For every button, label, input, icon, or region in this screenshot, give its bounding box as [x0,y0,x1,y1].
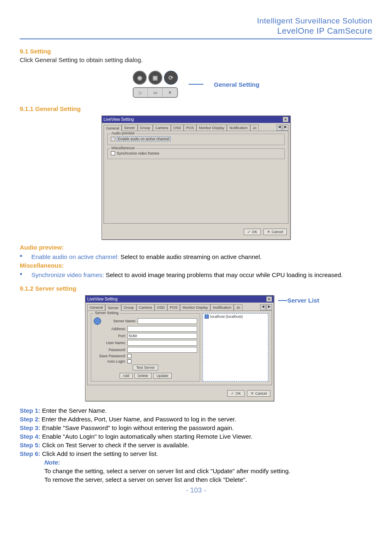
cancel-button[interactable]: ✕Cancel [247,390,270,397]
tab-monitor[interactable]: Monitor Display [180,304,210,310]
dialog-tabs: General Server Group Camera OSD POS Moni… [102,123,290,131]
step2-text: : Enter the Address, Port, User Name, an… [38,416,236,423]
liveview-general-dialog: LiveView Setting ✕ General Server Group … [101,116,291,240]
header-line2: LevelOne IP CamSecure [20,26,372,36]
auto-login-label: Auto Login: [94,359,126,363]
port-input[interactable] [127,333,197,339]
group-audio-preview: Audio preview [110,131,136,135]
test-server-button[interactable]: Test Server [133,365,158,370]
misc-bullet: • Synchronize video frames: Select to av… [20,271,372,279]
tab-pos[interactable]: POS [167,304,180,310]
tab-camera[interactable]: Camera [153,125,171,131]
step1-label: Step 1: [20,407,40,414]
tab-monitor[interactable]: Monitor Display [196,125,227,131]
tab-scroll-right[interactable]: ▶ [283,125,288,131]
heading-9-1: 9.1 Setting [20,48,372,55]
misc-heading: Miscellaneous: [20,262,372,269]
tab-scroll-right[interactable]: ▶ [266,304,272,310]
save-password-label: Save Password: [94,354,126,358]
ok-button[interactable]: ✓OK [244,229,261,235]
callout-connector [278,300,287,301]
note-label: Note: [44,459,60,466]
enable-audio-label: Enable audio on active channel [117,136,171,141]
tab-scroll-left[interactable]: ◀ [260,304,266,310]
step5-label: Step 5: [20,442,40,449]
cancel-button[interactable]: ✕Cancel [263,229,287,235]
general-setting-icon[interactable]: ⟳ [164,71,178,85]
callout-general-setting: General Setting [214,81,260,88]
step6-text: Click Add to insert the setting to serve… [40,450,158,457]
username-input[interactable] [127,340,197,346]
dialog-title: LiveView Setting [87,297,118,301]
tab-group[interactable]: Group [138,125,153,131]
update-button[interactable]: Update [153,373,172,379]
dialog-title: LiveView Setting [104,117,134,122]
tab-general[interactable]: General [104,125,122,131]
note-text-2: To remove the server, select a server on… [44,475,372,484]
callout-server-list: Server List [287,297,319,304]
dialog-close-button[interactable]: ✕ [266,296,272,302]
server-list-item[interactable]: localhost (localhost) [210,314,243,319]
dialog-close-button[interactable]: ✕ [283,117,288,122]
heading-9-1-2: 9.1.2 Server setting [20,285,372,292]
save-password-checkbox[interactable] [127,354,131,358]
step3-text: Enable "Save Password" to login without … [40,424,234,431]
general-setting-figure: ◉ ▣ ⟳ ▷ ▭ ✕ General Setting [20,71,372,98]
misc-bullet-label: Synchronize video frames: [31,271,104,278]
globe-icon [94,317,101,325]
tab-scroll-left[interactable]: ◀ [277,125,282,131]
header-line1: Intelligent Surveillance Solution [20,16,372,25]
tab-group[interactable]: Group [121,304,136,310]
intro-9-1: Click General Setting to obtain setting … [20,56,372,63]
tab-camera[interactable]: Camera [136,304,154,310]
misc-bullet-text: Select to avoid image tearing problems t… [104,271,343,278]
address-label: Address: [94,327,126,331]
server-name-input[interactable] [138,318,197,324]
heading-9-1-1: 9.1.1 General Setting [20,105,372,112]
enable-audio-checkbox[interactable]: ✓ [111,137,115,141]
auto-login-checkbox[interactable] [127,359,131,363]
liveview-server-dialog: LiveView Setting ✕ General Server Group … [85,295,274,401]
tab-jo[interactable]: Jo [234,304,243,310]
bullet-icon: • [20,271,22,279]
steps-block: Step 1: Enter the Server Name. Step 2: E… [20,406,372,484]
step5-text: Click on Test Server to check if the ser… [40,442,189,449]
tab-general[interactable]: General [87,304,105,310]
tab-notification[interactable]: Notification [210,304,234,310]
step1-text: Enter the Server Name. [40,407,107,414]
port-label: Port: [94,334,126,338]
tab-notification[interactable]: Notification [227,125,250,131]
server-list-box[interactable]: localhost (localhost) [203,313,268,382]
ok-button[interactable]: ✓OK [227,390,244,397]
callout-connector [189,84,203,85]
audio-bullet-text: Select to enable audio streaming on acti… [119,253,262,260]
address-input[interactable] [127,326,197,332]
step6-label: Step 6: [20,450,40,457]
step4-label: Step 4: [20,433,40,440]
media-icon: ▣ [148,71,162,85]
username-label: User Name: [94,341,126,345]
tab-server[interactable]: Server [122,125,138,131]
group-misc: Miscellaneous [110,146,136,150]
tab-server[interactable]: Server [105,305,121,311]
add-button[interactable]: Add [120,373,133,379]
tab-osd[interactable]: OSD [171,125,184,131]
host-icon [205,314,209,319]
delete-button[interactable]: Delete [134,373,152,379]
password-input[interactable] [127,347,197,353]
tab-pos[interactable]: POS [184,125,196,131]
note-text-1: To change the setting, select a server o… [44,467,372,475]
play-icon: ▷ [134,88,148,97]
audio-preview-heading: Audio preview: [20,244,372,251]
tab-osd[interactable]: OSD [154,304,168,310]
record-icon: ◉ [133,71,147,85]
audio-bullet: • Enable audio on active channel: Select… [20,252,372,261]
audio-bullet-label: Enable audio on active channel: [31,253,119,260]
sync-frames-label: Synchronize video frames [117,151,159,155]
server-name-label: Server Name: [104,319,136,323]
tab-jo[interactable]: Jo [250,125,259,131]
page-header: Intelligent Surveillance Solution LevelO… [20,16,372,39]
sync-frames-checkbox[interactable] [111,151,115,155]
stop-icon: ▭ [148,88,163,97]
page-number: - 103 - [20,486,372,495]
